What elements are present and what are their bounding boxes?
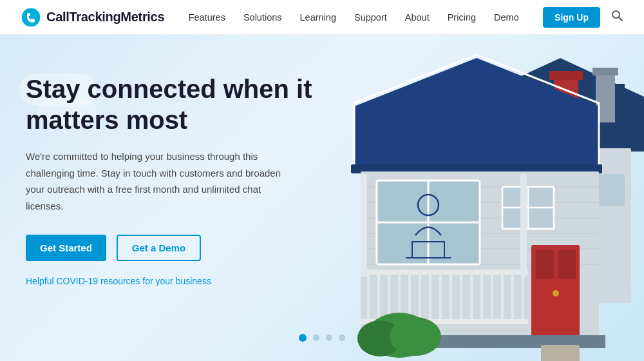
svg-rect-49 (460, 269, 462, 321)
get-started-button[interactable]: Get Started (26, 235, 106, 261)
svg-point-60 (390, 317, 441, 356)
svg-point-34 (553, 290, 559, 297)
house-illustration (303, 45, 644, 361)
nav-learning[interactable]: Learning (300, 12, 336, 23)
navbar: CallTrackingMetrics Features Solutions L… (0, 0, 644, 35)
svg-rect-44 (408, 269, 411, 321)
svg-rect-51 (480, 269, 483, 321)
carousel-dots (299, 334, 345, 342)
svg-rect-46 (429, 269, 431, 321)
dot-3[interactable] (326, 335, 332, 341)
dot-4[interactable] (339, 335, 345, 341)
logo-icon (21, 7, 41, 28)
dot-2[interactable] (313, 335, 319, 341)
hero-buttons: Get Started Get a Demo (26, 235, 322, 261)
svg-rect-48 (450, 269, 452, 321)
nav-solutions[interactable]: Solutions (243, 12, 282, 23)
nav-features[interactable]: Features (189, 12, 225, 23)
svg-rect-55 (522, 269, 524, 321)
get-demo-button[interactable]: Get a Demo (117, 235, 201, 261)
svg-rect-33 (558, 250, 576, 279)
svg-rect-53 (501, 269, 504, 321)
logo-text: CallTrackingMetrics (46, 10, 164, 24)
svg-rect-11 (549, 71, 583, 80)
nav-pricing[interactable]: Pricing (448, 12, 476, 23)
dot-1[interactable] (299, 334, 307, 342)
svg-rect-40 (367, 269, 370, 321)
svg-rect-41 (377, 269, 380, 321)
covid-resources-link[interactable]: Helpful COVID-19 resources for your busi… (26, 276, 211, 286)
search-icon[interactable] (611, 9, 623, 25)
svg-line-2 (619, 17, 622, 21)
svg-rect-54 (511, 269, 514, 321)
nav-about[interactable]: About (405, 12, 430, 23)
svg-rect-42 (388, 269, 390, 321)
svg-rect-32 (536, 250, 554, 279)
nav-actions: Sign Up (543, 7, 623, 28)
nav-links: Features Solutions Learning Support Abou… (189, 12, 519, 23)
svg-rect-38 (361, 174, 367, 277)
signup-button[interactable]: Sign Up (543, 7, 600, 28)
hero-section: Stay connected when it matters most We'r… (0, 35, 644, 361)
hero-description: We're committed to helping your business… (26, 148, 283, 214)
nav-demo[interactable]: Demo (494, 12, 519, 23)
svg-rect-50 (470, 269, 473, 321)
svg-rect-7 (592, 68, 618, 75)
nav-support[interactable]: Support (354, 12, 387, 23)
svg-rect-45 (419, 269, 421, 321)
hero-content: Stay connected when it matters most We'r… (26, 73, 322, 287)
house-svg (303, 45, 644, 361)
svg-point-0 (21, 8, 41, 27)
main-house (351, 55, 605, 358)
svg-rect-47 (439, 269, 442, 321)
svg-rect-52 (491, 269, 493, 321)
svg-rect-61 (541, 345, 580, 361)
svg-rect-39 (520, 174, 527, 277)
hero-title: Stay connected when it matters most (26, 73, 322, 135)
logo[interactable]: CallTrackingMetrics (21, 7, 164, 28)
